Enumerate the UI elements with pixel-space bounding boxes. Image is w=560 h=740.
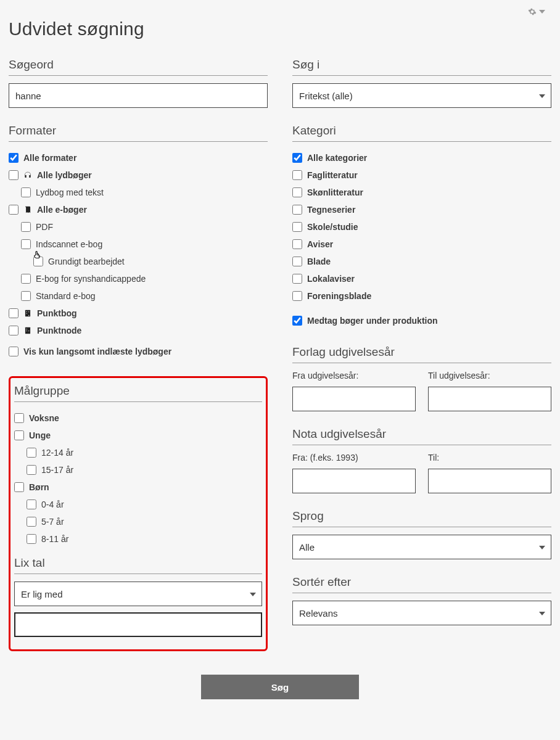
- nota-year-from-input[interactable]: [292, 469, 416, 493]
- search-in-select[interactable]: Fritekst (alle): [292, 83, 551, 108]
- book-icon: [23, 205, 32, 214]
- svg-point-2: [28, 311, 29, 312]
- sort-select[interactable]: Relevans: [292, 601, 551, 625]
- svg-point-4: [28, 315, 29, 316]
- sort-label: Sortér efter: [292, 575, 551, 593]
- search-in-label: Søg i: [292, 58, 551, 76]
- svg-point-6: [27, 329, 27, 329]
- target-adults[interactable]: Voksne: [14, 409, 262, 427]
- language-label: Sprog: [292, 509, 551, 527]
- target-youth[interactable]: Unge: [14, 427, 262, 444]
- cursor-hand-icon: [32, 250, 43, 261]
- format-punktbog[interactable]: Punktbog: [9, 305, 268, 322]
- format-audiobook-text[interactable]: Lydbog med tekst: [9, 184, 268, 201]
- publisher-year-to-input[interactable]: [428, 387, 551, 411]
- svg-rect-0: [25, 310, 30, 317]
- category-newspapers[interactable]: Aviser: [292, 236, 551, 253]
- target-children[interactable]: Børn: [14, 479, 262, 496]
- settings-gear[interactable]: [9, 6, 551, 16]
- category-nonfiction[interactable]: Faglitteratur: [292, 166, 551, 184]
- format-ebooks[interactable]: Alle e-bøger: [9, 201, 268, 218]
- format-visually-impaired[interactable]: E-bog for synshandicappede: [9, 270, 268, 287]
- svg-point-1: [27, 311, 27, 312]
- categories-label: Kategori: [292, 124, 551, 142]
- gear-icon: [528, 7, 537, 16]
- category-local-newspapers[interactable]: Lokalaviser: [292, 270, 551, 287]
- publisher-year-to-label: Til udgivelsesår:: [428, 371, 551, 380]
- include-in-production[interactable]: Medtag bøger under produktion: [292, 312, 551, 329]
- category-comics[interactable]: Tegneserier: [292, 201, 551, 218]
- format-all[interactable]: Alle formater: [9, 149, 268, 166]
- format-audiobooks[interactable]: Alle lydbøger: [9, 166, 268, 184]
- svg-point-3: [27, 313, 27, 314]
- nota-year-from-label: Fra: (f.eks. 1993): [292, 453, 416, 462]
- lix-value-input[interactable]: [14, 612, 262, 637]
- category-fiction[interactable]: Skønlitteratur: [292, 184, 551, 201]
- search-term-input[interactable]: [9, 83, 268, 108]
- format-punktnode[interactable]: Punktnode: [9, 322, 268, 339]
- svg-point-7: [27, 331, 27, 331]
- format-scanned-ebook[interactable]: Indscannet e-bog: [9, 236, 268, 253]
- format-slow-audiobooks[interactable]: Vis kun langsomt indlæste lydbøger: [9, 343, 268, 360]
- search-term-label: Søgeord: [9, 58, 268, 76]
- target-group-highlight: Målgruppe Voksne Unge 12-14 år 15-17 år: [9, 376, 268, 651]
- target-12-14[interactable]: 12-14 år: [14, 444, 262, 461]
- target-5-7[interactable]: 5-7 år: [14, 513, 262, 530]
- target-15-17[interactable]: 15-17 år: [14, 461, 262, 479]
- format-standard-ebook[interactable]: Standard e-bog: [9, 287, 268, 305]
- braille-icon: [23, 309, 32, 318]
- svg-point-8: [28, 331, 29, 331]
- braille-note-icon: [23, 326, 32, 335]
- lix-label: Lix tal: [14, 556, 262, 574]
- target-0-4[interactable]: 0-4 år: [14, 496, 262, 513]
- publisher-year-from-input[interactable]: [292, 387, 416, 411]
- nota-year-label: Nota udgivelsesår: [292, 427, 551, 445]
- svg-rect-5: [25, 327, 30, 334]
- category-magazines[interactable]: Blade: [292, 253, 551, 270]
- lix-operator-select[interactable]: Er lig med: [14, 582, 262, 606]
- target-8-11[interactable]: 8-11 år: [14, 530, 262, 548]
- nota-year-to-input[interactable]: [428, 469, 551, 493]
- chevron-down-icon: [539, 10, 545, 14]
- page-title: Udvidet søgning: [9, 18, 551, 39]
- search-submit-button[interactable]: Søg: [201, 675, 359, 699]
- headphones-icon: [23, 171, 32, 179]
- publisher-year-from-label: Fra udgivelsesår:: [292, 371, 416, 380]
- format-thorough[interactable]: Grundigt bearbejdet: [9, 253, 268, 270]
- language-select[interactable]: Alle: [292, 535, 551, 559]
- category-club-magazines[interactable]: Foreningsblade: [292, 287, 551, 305]
- nota-year-to-label: Til:: [428, 453, 551, 462]
- formats-label: Formater: [9, 124, 268, 142]
- publisher-year-label: Forlag udgivelsesår: [292, 345, 551, 363]
- target-group-label: Målgruppe: [14, 384, 262, 402]
- category-all[interactable]: Alle kategorier: [292, 149, 551, 166]
- format-pdf[interactable]: PDF: [9, 218, 268, 236]
- category-school[interactable]: Skole/studie: [292, 218, 551, 236]
